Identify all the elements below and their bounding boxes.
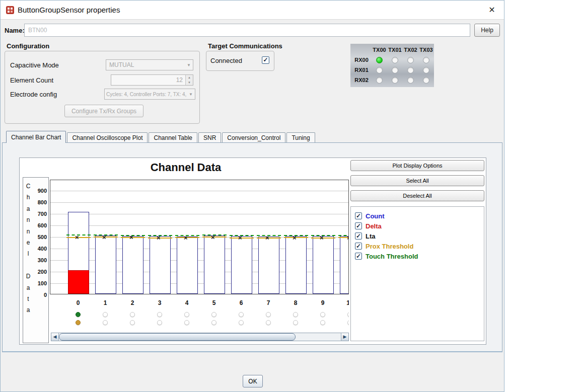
tab-bar: Channel Bar ChartChannel Oscilloscope Pl… [6,130,316,142]
txrx-green-dot [376,57,383,63]
y-axis-title-char: e [24,237,32,248]
channel-dot-white[interactable] [157,320,162,325]
y-tick-800: 800 [33,199,47,206]
capacitive-mode-value: MUTUAL [106,61,185,68]
txrx-cell-rx00-tx03 [418,57,434,63]
checkbox-count[interactable]: ✓ [355,212,362,219]
tab-tuning[interactable]: Tuning [286,132,315,142]
channel-dot-white[interactable] [239,312,244,317]
channel-dot-white[interactable] [130,320,135,325]
checkbox-delta[interactable]: ✓ [355,222,362,229]
txrx-col-header-tx01: TX01 [387,47,403,53]
scrollbar-thumb[interactable] [59,333,296,341]
txrx-cell-rx00-tx00 [372,57,387,63]
channel-dot-white[interactable] [103,320,108,325]
scrollbar-track[interactable] [59,333,341,341]
tab-channel-bar-chart[interactable]: Channel Bar Chart [6,131,66,143]
channel-dot-green[interactable] [76,312,81,317]
plot-area: ××××××××××× [50,180,349,294]
chart-title: Channel Data [20,161,352,174]
channel-dot-white[interactable] [347,320,349,325]
txrx-cell-rx00-tx01 [387,57,403,63]
close-icon[interactable]: ✕ [486,5,497,15]
target-communications-group: Target Communications Connected ✓ [206,42,274,71]
tab-conversion-control[interactable]: Conversion_Control [222,132,285,142]
count-bar-7 [258,237,279,294]
channel-dot-white[interactable] [347,312,349,317]
channel-dot-white[interactable] [211,312,216,317]
checkbox-lta[interactable]: ✓ [355,232,362,240]
channel-dot-white[interactable] [266,312,271,317]
tab-channel-oscilloscope-plot[interactable]: Channel Oscilloscope Plot [67,132,148,142]
help-button[interactable]: Help [474,24,500,37]
spinner-up-icon[interactable]: ▲ [186,75,193,80]
txrx-cell-rx02-tx03 [418,77,434,84]
name-label: Name: [5,27,25,34]
lta-marker-9: × [320,234,324,242]
ok-button[interactable]: OK [243,375,263,387]
legend-item-lta: ✓Lta [355,231,480,241]
x-tick-10: 10 [342,299,349,306]
txrx-white-dot [407,57,414,63]
spinner-arrows[interactable]: ▲▼ [185,75,193,85]
capacitive-mode-combo[interactable]: MUTUAL ▼ [106,59,193,70]
gridline-600 [50,225,348,226]
legend-label-prox-threshold: Prox Threshold [366,243,413,250]
element-count-spinner[interactable]: 12 ▲▼ [111,74,193,86]
select-all-button[interactable]: Select All [350,175,484,186]
channel-dot-white[interactable] [320,312,325,317]
channel-dot-white[interactable] [293,320,298,325]
channel-dot-white[interactable] [184,320,189,325]
channel-dot-white[interactable] [293,312,298,317]
target-communications-title: Target Communications [208,42,282,50]
channel-dot-white[interactable] [211,320,216,325]
buttongroupsensor-properties-dialog: ButtonGroupSensor properties ✕ Name: BTN… [0,0,504,392]
txrx-white-dot [407,77,414,84]
chevron-down-icon: ▼ [185,63,193,67]
tab-snr[interactable]: SNR [198,132,221,142]
electrode-config-combo[interactable]: Cycles: 4, Controller Ports: 7, TX: 4, R… [104,89,195,100]
plot-display-options-button[interactable]: Plot Display Options [350,160,484,171]
lta-marker-4: × [184,234,188,242]
x-tick-4: 4 [179,299,194,306]
txrx-white-dot [392,57,398,63]
horizontal-scrollbar[interactable]: ◀ ▶ [51,333,349,341]
element-count-value: 12 [111,75,185,85]
configure-txrx-groups-button[interactable]: Configure Tx/Rx Groups [64,105,143,117]
y-axis-box: Channel Data 900800700600500400300200100… [23,177,49,343]
channel-dot-white[interactable] [239,320,244,325]
txrx-white-dot [376,77,383,84]
tab-channel-table[interactable]: Channel Table [149,132,197,142]
window-title: ButtonGroupSensor properties [18,6,120,14]
txrx-col-header-tx00: TX00 [372,47,387,53]
channel-dot-white[interactable] [266,320,271,325]
checkbox-prox-threshold[interactable]: ✓ [355,243,362,250]
txrx-row-label-rx01: RX01 [351,67,372,73]
gridline-800 [50,202,348,203]
legend-label-touch-threshold: Touch Threshold [366,253,418,260]
txrx-white-dot [407,67,414,73]
channel-dot-white[interactable] [157,312,162,317]
channel-dot-white[interactable] [130,312,135,317]
y-tick-500: 500 [33,233,47,241]
spinner-down-icon[interactable]: ▼ [186,80,193,85]
channel-dot-white[interactable] [184,312,189,317]
connected-label: Connected [210,57,242,64]
name-input[interactable]: BTN00 [24,24,470,37]
legend-label-count: Count [366,212,385,220]
scroll-left-icon[interactable]: ◀ [51,333,59,341]
connected-checkbox[interactable]: ✓ [262,56,269,64]
scroll-right-icon[interactable]: ▶ [341,333,348,341]
y-axis-title-char: a [24,282,32,293]
txrx-white-dot [392,67,398,73]
txrx-cell-rx01-tx02 [403,67,418,73]
y-tick-300: 300 [33,257,47,264]
deselect-all-button[interactable]: Deselect All [350,190,484,201]
channel-dot-white[interactable] [320,320,325,325]
x-tick-3: 3 [152,299,167,306]
lta-marker-5: × [211,233,215,242]
channel-dot-white[interactable] [103,312,108,317]
legend-item-count: ✓Count [355,211,480,221]
checkbox-touch-threshold[interactable]: ✓ [355,253,362,260]
channel-dot-orange[interactable] [76,320,81,325]
